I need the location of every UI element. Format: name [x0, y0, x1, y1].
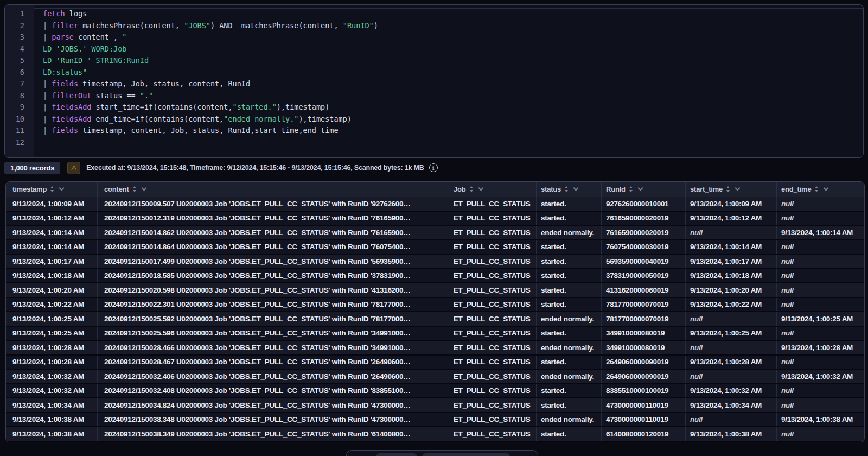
code-token: timestamp, Job, status, content, RunId	[78, 79, 250, 88]
sort-icon[interactable]	[565, 186, 568, 192]
cell-start_time: 9/13/2024, 1:00:18 AM	[685, 269, 776, 283]
column-header-Job[interactable]: Job	[449, 182, 536, 197]
sort-icon[interactable]	[470, 186, 473, 192]
pagination-button[interactable]	[422, 453, 510, 456]
editor-gutter: 123456789101112	[5, 5, 34, 157]
info-icon[interactable]: i	[429, 163, 438, 172]
column-header-timestamp[interactable]: timestamp	[6, 182, 97, 197]
code-line[interactable]: | fields timestamp, content, Job, status…	[34, 125, 863, 137]
table-row[interactable]: 9/13/2024, 1:00:25 AM20240912/150025.592…	[6, 312, 864, 327]
code-line[interactable]: | fields timestamp, Job, status, content…	[34, 78, 863, 90]
table-row[interactable]: 9/13/2024, 1:00:17 AM20240912/150017.499…	[6, 255, 864, 269]
table-row[interactable]: 9/13/2024, 1:00:34 AM20240912/150034.824…	[6, 398, 864, 413]
column-label: start_time	[690, 185, 723, 193]
column-header-end_time[interactable]: end_time	[776, 182, 864, 197]
cell-end_time: null	[776, 197, 864, 211]
column-label: RunId	[606, 185, 626, 193]
column-header-RunId[interactable]: RunId	[601, 182, 685, 197]
cell-start_time: 9/13/2024, 1:00:12 AM	[685, 212, 776, 225]
sort-icon[interactable]	[726, 186, 730, 192]
column-header-status[interactable]: status	[536, 182, 601, 197]
table-row[interactable]: 9/13/2024, 1:00:14 AM20240912/150014.862…	[6, 226, 864, 240]
cell-timestamp: 9/13/2024, 1:00:25 AM	[6, 327, 97, 340]
cell-content: 20240912/150022.301 U02000003 Job 'JOBS.…	[97, 298, 449, 312]
query-editor[interactable]: 123456789101112 fetch logs| filter match…	[4, 4, 864, 158]
sort-icon[interactable]	[133, 186, 136, 192]
cell-status: started.	[536, 384, 601, 398]
cell-timestamp: 9/13/2024, 1:00:32 AM	[6, 384, 97, 398]
code-line[interactable]: LD 'JOBS.' WORD:Job	[34, 43, 863, 55]
results-table-body: 9/13/2024, 1:00:09 AM20240912/150009.507…	[6, 197, 864, 442]
code-token: filter	[52, 21, 78, 30]
chevron-down-icon[interactable]	[637, 186, 643, 191]
table-row[interactable]: 9/13/2024, 1:00:09 AM20240912/150009.507…	[6, 197, 864, 212]
table-row[interactable]: 9/13/2024, 1:00:28 AM20240912/150028.466…	[6, 341, 864, 356]
table-row[interactable]: 9/13/2024, 1:00:38 AM20240912/150038.349…	[6, 427, 864, 442]
sort-icon[interactable]	[629, 186, 633, 192]
column-header-start_time[interactable]: start_time	[685, 182, 776, 197]
table-row[interactable]: 9/13/2024, 1:00:20 AM20240912/150020.598…	[6, 283, 864, 298]
code-token: |	[43, 103, 52, 111]
cell-RunId: 7616590000020019	[601, 226, 685, 239]
table-row[interactable]: 9/13/2024, 1:00:12 AM20240912/150012.319…	[6, 212, 864, 226]
table-row[interactable]: 9/13/2024, 1:00:18 AM20240912/150018.585…	[6, 269, 864, 284]
code-line[interactable]: | parse content , "	[34, 31, 863, 43]
cell-RunId: 2649060000090019	[601, 370, 685, 383]
code-token: "RunID"	[343, 21, 374, 30]
table-row[interactable]: 9/13/2024, 1:00:32 AM20240912/150032.408…	[6, 384, 864, 399]
sort-icon[interactable]	[50, 186, 54, 192]
cell-content: 20240912/150009.507 U02000003 Job 'JOBS.…	[97, 197, 449, 211]
code-line[interactable]: | fieldsAdd end_time=if(contains(content…	[34, 113, 863, 125]
code-line[interactable]: | fieldsAdd start_time=if(contains(conte…	[34, 102, 863, 113]
code-line[interactable]: LD:status"	[34, 67, 863, 79]
cell-status: started.	[536, 283, 601, 297]
cell-timestamp: 9/13/2024, 1:00:17 AM	[6, 255, 97, 268]
cell-timestamp: 9/13/2024, 1:00:22 AM	[6, 298, 97, 312]
cell-RunId: 7616590000020019	[601, 212, 685, 225]
code-token: "ended normally."	[224, 115, 298, 123]
pagination-button[interactable]	[376, 453, 417, 456]
code-token: |	[43, 126, 52, 135]
code-token: matchesPhrase(content,	[78, 21, 184, 30]
code-token: "	[82, 68, 87, 77]
cell-end_time: null	[776, 255, 864, 268]
cell-start_time: 9/13/2024, 1:00:22 AM	[685, 298, 776, 312]
code-token: end_time=if(contains(content,	[91, 115, 224, 123]
cell-Job: ET_PULL_CC_STATUS	[449, 370, 536, 383]
code-token: |	[43, 79, 52, 88]
chevron-down-icon[interactable]	[824, 186, 829, 191]
cell-status: started.	[536, 269, 601, 283]
code-line[interactable]	[34, 137, 863, 149]
cell-end_time: 9/13/2024, 1:00:14 AM	[776, 226, 864, 239]
chevron-down-icon[interactable]	[478, 186, 483, 191]
cell-status: started.	[536, 240, 601, 254]
table-row[interactable]: 9/13/2024, 1:00:14 AM20240912/150014.864…	[6, 240, 864, 255]
table-row[interactable]: 9/13/2024, 1:00:25 AM20240912/150025.596…	[6, 327, 864, 341]
warning-icon[interactable]: ⚠	[67, 162, 80, 174]
chevron-down-icon[interactable]	[59, 186, 65, 191]
cell-start_time: 9/13/2024, 1:00:28 AM	[685, 356, 776, 369]
code-token: "	[122, 33, 126, 41]
chevron-down-icon[interactable]	[141, 186, 146, 191]
query-editor-lines[interactable]: fetch logs| filter matchesPhrase(content…	[34, 5, 863, 157]
table-row[interactable]: 9/13/2024, 1:00:22 AM20240912/150022.301…	[6, 298, 864, 313]
column-header-content[interactable]: content	[97, 182, 449, 197]
cell-RunId: 4131620000060019	[601, 283, 685, 297]
cell-start_time: 9/13/2024, 1:00:32 AM	[685, 384, 776, 398]
code-token: |	[43, 33, 52, 41]
cell-end_time: null	[776, 356, 864, 369]
chevron-down-icon[interactable]	[735, 186, 741, 191]
code-line[interactable]: LD 'RunID ' STRING:RunId	[34, 55, 863, 67]
table-row[interactable]: 9/13/2024, 1:00:32 AM20240912/150032.406…	[6, 370, 864, 384]
cell-Job: ET_PULL_CC_STATUS	[449, 327, 536, 340]
code-line[interactable]: fetch logs	[34, 8, 863, 20]
table-row[interactable]: 9/13/2024, 1:00:38 AM20240912/150038.348…	[6, 413, 864, 428]
cell-content: 20240912/150014.864 U02000003 Job 'JOBS.…	[97, 240, 449, 254]
code-line[interactable]: | filter matchesPhrase(content, "JOBS") …	[34, 20, 863, 32]
sort-icon[interactable]	[815, 186, 818, 192]
code-token: "JOBS"	[184, 21, 210, 30]
code-line[interactable]: | filterOut status == "."	[34, 90, 863, 102]
table-row[interactable]: 9/13/2024, 1:00:28 AM20240912/150028.467…	[6, 356, 864, 370]
cell-start_time: 9/13/2024, 1:00:09 AM	[685, 197, 776, 211]
chevron-down-icon[interactable]	[573, 186, 579, 191]
